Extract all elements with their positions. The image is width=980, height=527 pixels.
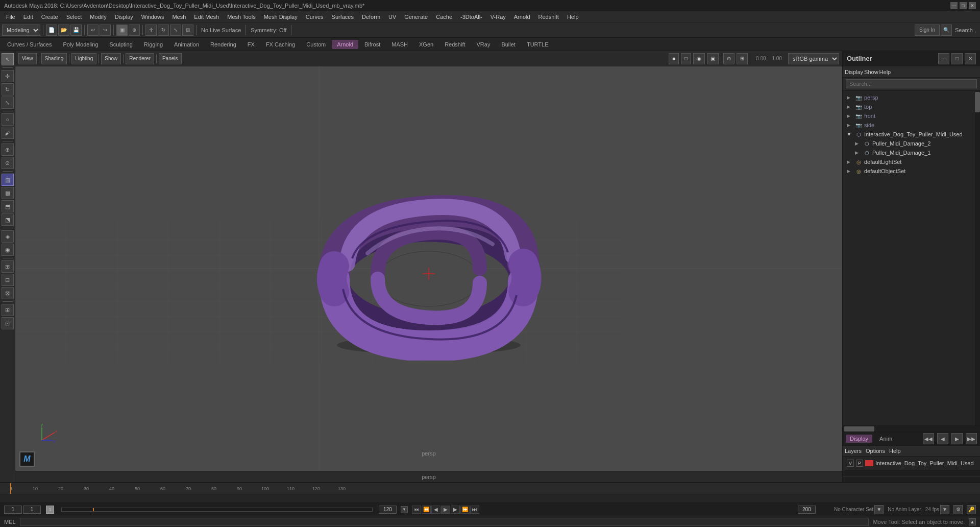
poly-extrude-left[interactable]: ⊞ <box>2 260 14 273</box>
anim-end-box[interactable]: 200 <box>798 506 816 514</box>
rotate-tool-left[interactable]: ↻ <box>2 83 14 95</box>
menu-create[interactable]: Create <box>37 13 62 21</box>
outliner-menu-help[interactable]: Help <box>879 69 891 75</box>
menu-3dtoall[interactable]: -3DtoAll- <box>456 13 486 21</box>
redo-btn[interactable]: ↪ <box>100 25 111 36</box>
select-lasso-btn[interactable]: ⊕ <box>129 25 140 36</box>
isolate-btn[interactable]: ⊙ <box>723 53 734 64</box>
minimize-button[interactable]: — <box>950 2 958 9</box>
tab-arnold[interactable]: Arnold <box>332 40 358 49</box>
layers-prev-btn[interactable]: ◀◀ <box>923 433 934 444</box>
gamma-select[interactable]: sRGB gamma <box>788 53 839 64</box>
play-start-btn[interactable]: ⏮ <box>412 506 421 514</box>
menu-cache[interactable]: Cache <box>432 13 456 21</box>
timeline-ruler[interactable]: 1 10 20 30 40 50 60 70 80 90 100 110 120… <box>0 483 980 494</box>
outliner-float[interactable]: □ <box>951 53 963 64</box>
tab-redshift[interactable]: Redshift <box>439 40 470 49</box>
deform-left[interactable]: ⊡ <box>2 317 14 329</box>
scroll-thumb[interactable] <box>975 92 980 112</box>
paint-tool-left[interactable]: 🖌 <box>2 127 14 139</box>
poly-bevel-left[interactable]: ⊟ <box>2 274 14 286</box>
soft-select-left[interactable]: ○ <box>2 113 14 126</box>
open-scene-btn[interactable]: 📂 <box>58 25 69 36</box>
tree-item-front[interactable]: ▶ 📷 front <box>843 111 974 121</box>
undo-btn[interactable]: ↩ <box>87 25 99 36</box>
shading-menu[interactable]: Shading <box>41 53 67 64</box>
panels-menu[interactable]: Panels <box>159 53 182 64</box>
character-dropdown[interactable]: ▼ <box>874 505 884 514</box>
tree-item-main-group[interactable]: ▼ ⬡ Interactive_Dog_Toy_Puller_Midi_Used <box>843 130 974 139</box>
play-prev-frame-btn[interactable]: ◀ <box>431 506 440 514</box>
3d-viewport[interactable]: persp M x y z <box>15 66 842 471</box>
tab-bifrost[interactable]: Bifrost <box>359 40 385 49</box>
outliner-menu-display[interactable]: Display <box>845 69 863 75</box>
window-controls[interactable]: — □ ✕ <box>950 2 976 9</box>
outliner-horizontal-scrollbar[interactable] <box>843 425 980 432</box>
show-menu[interactable]: Show <box>101 53 121 64</box>
tab-animation[interactable]: Animation <box>169 40 204 49</box>
layers-menu-options[interactable]: Options <box>866 448 885 454</box>
scale-tool-left[interactable]: ⤡ <box>2 97 14 109</box>
layers-next2-btn[interactable]: ▶▶ <box>966 433 977 444</box>
lasso-tool-left[interactable]: ⊙ <box>2 157 14 169</box>
textured-btn[interactable]: ▣ <box>707 53 719 64</box>
tree-item-top[interactable]: ▶ 📷 top <box>843 102 974 111</box>
play-prev-key-btn[interactable]: ⏪ <box>422 506 431 514</box>
search-btn[interactable]: 🔍 <box>941 25 952 36</box>
vertex-mode-left[interactable]: ⬔ <box>2 213 14 226</box>
show-manipulator-left[interactable]: ⊕ <box>2 143 14 156</box>
menu-curves[interactable]: Curves <box>302 13 328 21</box>
tab-vray[interactable]: VRay <box>472 40 496 49</box>
tree-item-persp[interactable]: ▶ 📷 persp <box>843 93 974 102</box>
fps-dropdown[interactable]: ▼ <box>940 505 949 514</box>
tree-item-side[interactable]: ▶ 📷 side <box>843 121 974 130</box>
menu-help[interactable]: Help <box>563 13 583 21</box>
status-expand-btn[interactable]: ▲ <box>969 518 976 525</box>
tab-rendering[interactable]: Rendering <box>205 40 241 49</box>
sculpt-brush-left[interactable]: ◈ <box>2 230 14 243</box>
renderer-menu[interactable]: Renderer <box>126 53 154 64</box>
close-button[interactable]: ✕ <box>969 2 976 9</box>
outliner-menu-show[interactable]: Show <box>864 69 878 75</box>
lattice-left[interactable]: ⊞ <box>2 304 14 316</box>
select-tool-btn[interactable]: ▣ <box>116 25 128 36</box>
menu-windows[interactable]: Windows <box>137 13 168 21</box>
edge-mode-left[interactable]: ⬒ <box>2 200 14 212</box>
menu-mesh-display[interactable]: Mesh Display <box>260 13 302 21</box>
face-mode-left[interactable]: ▩ <box>2 187 14 199</box>
range-slider[interactable] <box>61 508 373 512</box>
sign-in-btn[interactable]: Sign In <box>915 25 940 36</box>
menu-generate[interactable]: Generate <box>400 13 432 21</box>
range-end-box[interactable]: 120 <box>379 506 397 514</box>
tab-display-layers[interactable]: Display <box>846 435 872 443</box>
mel-input[interactable] <box>20 518 869 526</box>
outliner-search-input[interactable] <box>846 79 977 88</box>
range-end-expand[interactable]: ▼ <box>401 506 408 513</box>
scale-tool-btn[interactable]: ⤡ <box>170 25 181 36</box>
menu-redshift[interactable]: Redshift <box>534 13 563 21</box>
menu-select[interactable]: Select <box>62 13 86 21</box>
view-menu[interactable]: View <box>18 53 37 64</box>
start-frame-box[interactable]: 1 <box>4 506 22 514</box>
outliner-close[interactable]: ✕ <box>965 53 976 64</box>
frame-btn[interactable]: ⊞ <box>737 53 748 64</box>
wireframe-btn[interactable]: □ <box>681 53 691 64</box>
layers-menu-help[interactable]: Help <box>889 448 901 454</box>
menu-modify[interactable]: Modify <box>86 13 110 21</box>
sculpt-relax-left[interactable]: ◉ <box>2 244 14 256</box>
layers-horizontal-scrollbar[interactable] <box>843 470 980 476</box>
auto-key-btn[interactable]: 🔑 <box>967 505 976 514</box>
menu-mesh-tools[interactable]: Mesh Tools <box>223 13 259 21</box>
layer-visibility-toggle[interactable]: V <box>847 460 854 467</box>
tab-sculpting[interactable]: Sculpting <box>105 40 138 49</box>
tab-poly-modeling[interactable]: Poly Modeling <box>58 40 103 49</box>
menu-mesh[interactable]: Mesh <box>168 13 190 21</box>
save-scene-btn[interactable]: 💾 <box>70 25 82 36</box>
poly-bridge-left[interactable]: ⊠ <box>2 287 14 299</box>
layer-color-swatch[interactable] <box>865 460 873 466</box>
menu-deform[interactable]: Deform <box>358 13 384 21</box>
menu-uv[interactable]: UV <box>384 13 400 21</box>
move-tool-left[interactable]: ✛ <box>2 70 14 82</box>
tab-custom[interactable]: Custom <box>301 40 331 49</box>
tab-anim-layers[interactable]: Anim <box>875 435 896 443</box>
